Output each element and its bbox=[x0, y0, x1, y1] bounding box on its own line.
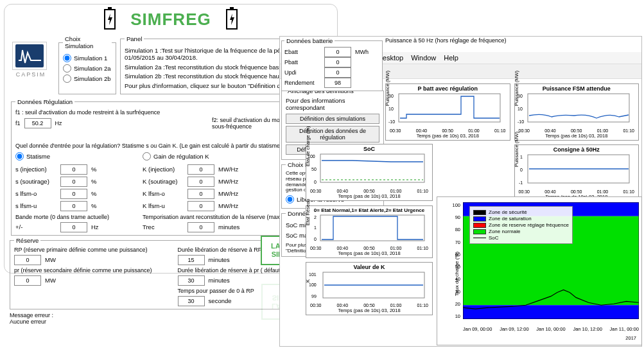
s-injection-input[interactable] bbox=[60, 164, 87, 175]
svg-text:1: 1 bbox=[314, 225, 317, 230]
rp-input[interactable] bbox=[14, 255, 41, 265]
f1-input[interactable] bbox=[24, 118, 51, 128]
big-xticks: Jan 09, 00:00Jan 09, 12:00Jan 10, 00:00J… bbox=[463, 326, 639, 332]
capsim-logo-block: CAPSIM bbox=[12, 42, 49, 78]
svg-rect-22 bbox=[320, 215, 424, 241]
svg-text:0: 0 bbox=[520, 168, 523, 172]
svg-rect-18 bbox=[320, 154, 424, 182]
svg-text:1: 1 bbox=[520, 155, 523, 159]
dur-rp-input[interactable] bbox=[178, 255, 205, 265]
donnees-batterie: Données batterie EbattMWh Pbatt Updi Ren… bbox=[281, 37, 383, 91]
battery-icon bbox=[102, 7, 117, 31]
updi-input[interactable] bbox=[324, 67, 351, 78]
trec-input[interactable] bbox=[187, 222, 214, 232]
title-bar: SIMFREG bbox=[10, 7, 332, 31]
chart-consigne: Consigne à 50Hz Puissance (MW) 10-1 00:3… bbox=[514, 144, 640, 202]
k-injection-input[interactable] bbox=[187, 164, 214, 175]
svg-text:10: 10 bbox=[388, 107, 394, 111]
k-lfsmu-input[interactable] bbox=[187, 201, 214, 211]
def-sim-button[interactable]: Définition des simulations bbox=[286, 114, 379, 124]
bande-morte-input[interactable] bbox=[60, 222, 87, 232]
app-title: SIMFREG bbox=[130, 10, 211, 30]
chart-fsm: Puissance FSM attendue Puissance (MW) 30… bbox=[514, 83, 640, 141]
svg-text:-10: -10 bbox=[518, 119, 524, 124]
choix-simulation-group: Choix Simulation Simulation 1 Simulation… bbox=[58, 35, 116, 94]
svg-text:-10: -10 bbox=[388, 119, 395, 124]
svg-rect-1 bbox=[108, 7, 112, 10]
statisme-radio[interactable]: Statisme bbox=[15, 152, 117, 161]
chart-soc-small: SoC Etat de charge (%) 100500 00:3000:40… bbox=[306, 144, 433, 201]
choix-sim-legend: Choix Simulation bbox=[63, 35, 112, 49]
chart-soc-zones: Taux de charge (%) 100908070605040302010… bbox=[437, 196, 642, 345]
sim2b-radio[interactable]: Simulation 2b bbox=[63, 74, 112, 83]
sim1-radio[interactable]: Simulation 1 bbox=[63, 54, 112, 62]
pbatt-input[interactable] bbox=[324, 57, 351, 67]
gain-k-radio[interactable]: Gain de régulation K bbox=[143, 152, 244, 161]
svg-rect-8 bbox=[528, 94, 629, 122]
svg-text:100: 100 bbox=[309, 283, 317, 287]
dur-pr-input[interactable] bbox=[178, 275, 205, 286]
error-text: Aucune erreur bbox=[10, 318, 46, 325]
sim2a-radio[interactable]: Simulation 2a bbox=[63, 64, 112, 73]
temps-passer-input[interactable] bbox=[178, 296, 205, 306]
svg-text:-1: -1 bbox=[519, 180, 523, 185]
s-lfsmu-input[interactable] bbox=[60, 201, 87, 211]
svg-text:10: 10 bbox=[518, 107, 523, 111]
chart-pbatt: P batt avec régulation Puissance (MW) 30… bbox=[385, 83, 510, 141]
rendement-input[interactable] bbox=[324, 78, 351, 88]
k-soutirage-input[interactable] bbox=[187, 177, 214, 187]
chart-etat-reseau: 0= Etat Normal,1= Etat Alerte,2= Etat Ur… bbox=[306, 205, 433, 258]
capsim-text: CAPSIM bbox=[12, 71, 49, 78]
panel-legend: Panel bbox=[125, 35, 144, 42]
big-yticks: 100908070605040302010 bbox=[441, 202, 460, 319]
puissance-50hz-label: Puissance à 50 Hz (hors réglage de fréqu… bbox=[385, 37, 507, 44]
svg-rect-3 bbox=[230, 7, 234, 10]
menu-window[interactable]: Window bbox=[411, 54, 436, 62]
chart-valeur-k: Valeur de K K 10110099 00:3000:4000:5001… bbox=[306, 262, 433, 315]
svg-text:50: 50 bbox=[311, 167, 317, 171]
svg-text:2: 2 bbox=[314, 215, 317, 220]
s-lfsmo-input[interactable] bbox=[60, 189, 87, 199]
svg-text:0: 0 bbox=[314, 180, 317, 184]
k-lfsmo-input[interactable] bbox=[187, 189, 214, 199]
menu-help[interactable]: Help bbox=[444, 54, 458, 62]
legend: Zone de sécurité Zone de saturation Zone… bbox=[469, 206, 573, 244]
def-reg-button[interactable]: Définition des données de régulation bbox=[286, 126, 379, 143]
battery-icon bbox=[224, 7, 239, 31]
ebatt-input[interactable] bbox=[324, 47, 351, 57]
f1-label: f1 : seuil d'activation du mode restrein… bbox=[15, 109, 160, 116]
svg-text:0: 0 bbox=[314, 237, 317, 241]
svg-text:101: 101 bbox=[309, 272, 317, 277]
capsim-logo bbox=[12, 42, 47, 70]
s-soutirage-input[interactable] bbox=[60, 177, 87, 187]
pr-input[interactable] bbox=[14, 275, 41, 286]
svg-text:99: 99 bbox=[311, 294, 317, 299]
